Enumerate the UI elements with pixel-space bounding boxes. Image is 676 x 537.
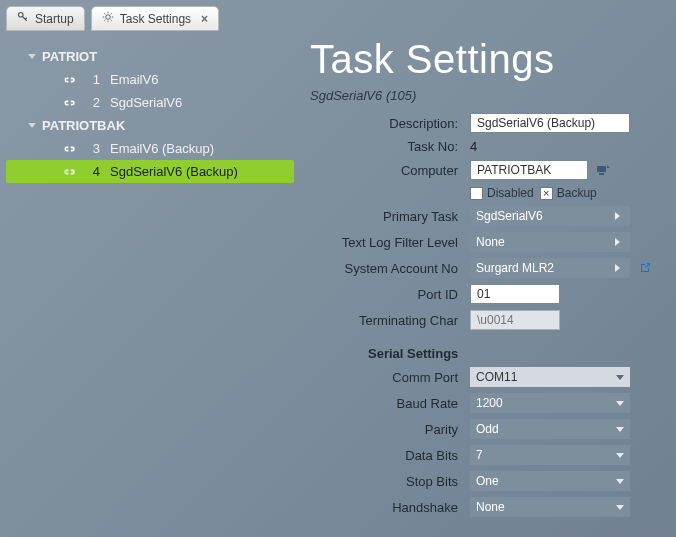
label-handshake: Handshake <box>310 500 470 515</box>
disabled-checkbox[interactable]: Disabled <box>470 186 534 200</box>
label-comm-port: Comm Port <box>310 370 470 385</box>
chevron-right-icon <box>615 264 624 272</box>
chevron-right-icon <box>615 238 624 246</box>
select-value: None <box>476 235 505 249</box>
chain-icon <box>62 166 78 178</box>
primary-task-select[interactable]: SgdSerialV6 <box>470 206 630 226</box>
port-id-input[interactable] <box>470 284 560 304</box>
select-value: Odd <box>476 422 499 436</box>
label-baud-rate: Baud Rate <box>310 396 470 411</box>
tab-task-settings[interactable]: Task Settings × <box>91 6 219 31</box>
external-link-icon[interactable] <box>636 259 654 277</box>
system-account-select[interactable]: Surgard MLR2 <box>470 258 630 278</box>
label-stop-bits: Stop Bits <box>310 474 470 489</box>
tree-group-patriot[interactable]: PATRIOT <box>6 45 294 68</box>
select-value: 1200 <box>476 396 503 410</box>
checkbox-label: Disabled <box>487 186 534 200</box>
tree-item-sgdserialv6-backup[interactable]: 4 SgdSerialV6 (Backup) <box>6 160 294 183</box>
parity-select[interactable]: Odd <box>470 419 630 439</box>
task-tree: PATRIOT 1 EmailV6 2 SgdSerialV6 PATRIOTB… <box>0 31 300 536</box>
baud-rate-select[interactable]: 1200 <box>470 393 630 413</box>
select-value: Surgard MLR2 <box>476 261 554 275</box>
tree-item-label: EmailV6 (Backup) <box>110 141 214 156</box>
key-icon <box>17 11 29 26</box>
chevron-down-icon <box>616 505 624 510</box>
label-computer: Computer <box>310 163 470 178</box>
tree-item-emailv6-backup[interactable]: 3 EmailV6 (Backup) <box>6 137 294 160</box>
settings-panel: Task Settings SgdSerialV6 (105) Descript… <box>300 31 676 536</box>
tab-bar: Startup Task Settings × <box>0 0 676 31</box>
svg-point-1 <box>105 15 110 20</box>
description-input[interactable] <box>470 113 630 133</box>
chevron-down-icon <box>616 375 624 380</box>
chain-icon <box>62 74 78 86</box>
svg-line-7 <box>110 20 111 21</box>
chevron-down-icon <box>616 401 624 406</box>
caret-down-icon <box>28 54 36 59</box>
label-parity: Parity <box>310 422 470 437</box>
label-terminating-char: Terminating Char <box>310 313 470 328</box>
svg-rect-10 <box>597 166 606 172</box>
group-label: PATRIOTBAK <box>42 118 125 133</box>
tree-group-patriotbak[interactable]: PATRIOTBAK <box>6 114 294 137</box>
tree-item-index: 2 <box>88 95 100 110</box>
select-value: SgdSerialV6 <box>476 209 543 223</box>
group-label: PATRIOT <box>42 49 97 64</box>
label-description: Description: <box>310 116 470 131</box>
svg-rect-11 <box>599 173 604 175</box>
stop-bits-select[interactable]: One <box>470 471 630 491</box>
label-primary-task: Primary Task <box>310 209 470 224</box>
checkbox-icon <box>470 187 483 200</box>
label-log-level: Text Log Filter Level <box>310 235 470 250</box>
label-data-bits: Data Bits <box>310 448 470 463</box>
chevron-right-icon <box>615 212 624 220</box>
taskno-value: 4 <box>470 139 477 154</box>
select-value: COM11 <box>476 370 517 384</box>
svg-line-8 <box>104 20 105 21</box>
tree-item-label: SgdSerialV6 (Backup) <box>110 164 238 179</box>
label-system-account: System Account No <box>310 261 470 276</box>
comm-port-select[interactable]: COM11 <box>470 367 630 387</box>
label-port-id: Port ID <box>310 287 470 302</box>
log-level-select[interactable]: None <box>470 232 630 252</box>
handshake-select[interactable]: None <box>470 497 630 517</box>
svg-line-6 <box>104 13 105 14</box>
caret-down-icon <box>28 123 36 128</box>
section-serial-settings: Serial Settings <box>368 346 662 361</box>
tree-item-index: 1 <box>88 72 100 87</box>
tab-label: Task Settings <box>120 12 191 26</box>
chevron-down-icon <box>616 479 624 484</box>
page-title: Task Settings <box>310 37 662 82</box>
chain-icon <box>62 143 78 155</box>
select-value: None <box>476 500 505 514</box>
computer-browse-icon[interactable] <box>594 161 612 179</box>
label-taskno: Task No: <box>310 139 470 154</box>
tree-item-sgdserialv6[interactable]: 2 SgdSerialV6 <box>6 91 294 114</box>
tab-startup[interactable]: Startup <box>6 6 85 31</box>
close-icon[interactable]: × <box>201 12 208 26</box>
tree-item-label: SgdSerialV6 <box>110 95 182 110</box>
task-subtitle: SgdSerialV6 (105) <box>310 88 662 103</box>
computer-input[interactable] <box>470 160 588 180</box>
tree-item-label: EmailV6 <box>110 72 158 87</box>
chevron-down-icon <box>616 427 624 432</box>
terminating-char-input <box>470 310 560 330</box>
tab-label: Startup <box>35 12 74 26</box>
checkbox-label: Backup <box>557 186 597 200</box>
select-value: One <box>476 474 499 488</box>
tree-item-index: 3 <box>88 141 100 156</box>
chevron-down-icon <box>616 453 624 458</box>
chain-icon <box>62 97 78 109</box>
checkbox-checked-icon: × <box>540 187 553 200</box>
gear-icon <box>102 11 114 26</box>
tree-item-index: 4 <box>88 164 100 179</box>
data-bits-select[interactable]: 7 <box>470 445 630 465</box>
svg-line-9 <box>110 13 111 14</box>
backup-checkbox[interactable]: × Backup <box>540 186 597 200</box>
select-value: 7 <box>476 448 483 462</box>
tree-item-emailv6[interactable]: 1 EmailV6 <box>6 68 294 91</box>
